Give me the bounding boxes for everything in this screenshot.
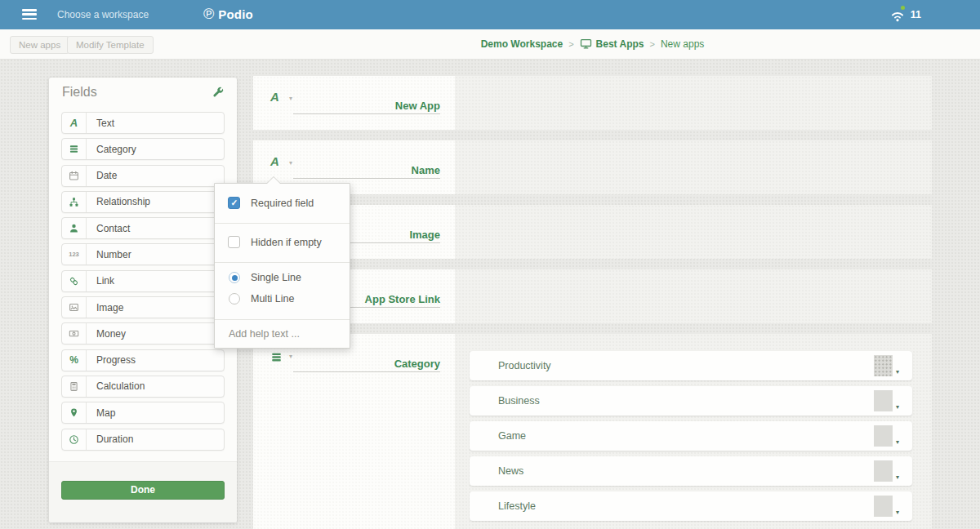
done-button[interactable]: Done <box>61 481 225 500</box>
drag-handle[interactable] <box>874 355 893 376</box>
field-item-label: Duration <box>87 433 133 445</box>
toolbar: New apps Modify Template Demo Workspace … <box>0 29 980 60</box>
required-field-checkbox[interactable] <box>228 197 240 209</box>
category-option-label: Business <box>498 395 540 407</box>
app-canvas: Choose a workspace ℗ Podio 11 New apps M… <box>0 0 980 529</box>
single-line-option[interactable]: Single Line <box>228 272 343 283</box>
breadcrumb-separator: > <box>568 39 573 49</box>
field-item-image[interactable]: Image <box>61 296 225 318</box>
category-icon[interactable] <box>270 348 283 367</box>
new-apps-button[interactable]: New apps <box>10 36 69 54</box>
form-row-image: Image <box>253 205 932 259</box>
number-icon: 123 <box>62 244 87 264</box>
field-item-label: Contact <box>87 223 130 234</box>
form-row-category: ▾CategoryProductivity▾Business▾Game▾News… <box>253 334 932 529</box>
money-icon <box>62 323 87 344</box>
hamburger-menu-icon[interactable] <box>22 9 37 22</box>
category-option-label: Game <box>498 430 526 442</box>
podio-logo-icon: ℗ <box>203 6 214 22</box>
field-item-calculation[interactable]: Calculation <box>61 376 225 398</box>
field-preview-area <box>455 269 932 323</box>
popup-section-line-mode: Single Line Multi Line <box>215 262 350 320</box>
field-item-date[interactable]: Date <box>61 165 225 187</box>
breadcrumb-app-label: Best Apps <box>596 38 644 50</box>
field-item-map[interactable]: Map <box>61 402 225 424</box>
choose-workspace-link[interactable]: Choose a workspace <box>57 9 149 20</box>
option-chevron-down-icon[interactable]: ▾ <box>896 368 899 376</box>
drag-handle[interactable] <box>874 496 893 517</box>
option-chevron-down-icon[interactable]: ▾ <box>896 509 899 516</box>
field-settings-popup: Required field Hidden if empty Single Li… <box>214 183 350 349</box>
field-item-link[interactable]: Link <box>61 270 225 292</box>
add-help-text-link[interactable]: Add help text ... <box>215 319 350 348</box>
field-item-progress[interactable]: %Progress <box>61 349 225 371</box>
field-name-input[interactable] <box>293 113 440 114</box>
field-type-list: ATextCategoryDateRelationshipContact123N… <box>61 112 225 455</box>
field-name-value[interactable]: Category <box>293 358 440 370</box>
notification-sonar-icon <box>890 7 905 22</box>
option-chevron-down-icon[interactable]: ▾ <box>896 403 899 411</box>
category-icon <box>62 139 87 159</box>
notifications-button[interactable]: 11 <box>890 7 921 22</box>
category-option-label: Productivity <box>498 360 551 371</box>
multi-line-label: Multi Line <box>251 293 295 305</box>
form-row-app-store-link: App Store Link <box>253 269 932 323</box>
field-name-value[interactable]: New App <box>293 100 440 112</box>
podio-logo-text: Podio <box>218 7 253 21</box>
single-line-label: Single Line <box>251 272 301 283</box>
breadcrumb: Demo Workspace > Best Apps > New apps <box>253 29 932 58</box>
modify-template-button[interactable]: Modify Template <box>67 36 154 54</box>
category-option-business[interactable]: Business▾ <box>470 386 912 416</box>
breadcrumb-app-link[interactable]: Best Apps <box>580 38 644 50</box>
multi-line-radio[interactable] <box>229 293 240 305</box>
field-item-label: Map <box>87 407 115 419</box>
breadcrumb-separator: > <box>650 39 655 49</box>
category-option-productivity[interactable]: Productivity▾ <box>470 351 912 380</box>
text-icon[interactable]: A <box>270 154 279 169</box>
image-icon <box>62 297 87 318</box>
hidden-if-empty-option[interactable]: Hidden if empty <box>228 236 343 248</box>
form-row-new-app: A▾New App <box>253 76 932 130</box>
multi-line-option[interactable]: Multi Line <box>228 293 343 305</box>
field-item-label: Date <box>87 170 117 181</box>
fields-panel-title: Fields <box>62 85 97 100</box>
category-option-lifestyle[interactable]: Lifestyle▾ <box>470 491 912 521</box>
drag-handle[interactable] <box>874 390 893 411</box>
breadcrumb-workspace-link[interactable]: Demo Workspace <box>481 38 563 50</box>
field-card: A▾New App <box>253 76 455 130</box>
field-item-label: Money <box>87 328 126 340</box>
fields-panel: Fields ATextCategoryDateRelationshipCont… <box>49 78 237 522</box>
podio-logo[interactable]: ℗ Podio <box>203 6 253 22</box>
notification-status-dot <box>901 6 905 10</box>
option-chevron-down-icon[interactable]: ▾ <box>896 473 899 481</box>
contact-icon <box>62 218 87 238</box>
drag-handle[interactable] <box>874 460 893 482</box>
field-name-input[interactable] <box>293 178 440 179</box>
text-icon[interactable]: A <box>270 90 279 104</box>
category-option-news[interactable]: News▾ <box>470 456 912 486</box>
hidden-if-empty-checkbox[interactable] <box>228 236 240 248</box>
chevron-down-icon[interactable]: ▾ <box>289 353 292 360</box>
chevron-down-icon[interactable]: ▾ <box>289 159 292 167</box>
field-preview-area <box>455 140 932 194</box>
field-preview-area <box>455 205 932 259</box>
field-item-money[interactable]: Money <box>61 322 225 345</box>
chevron-down-icon[interactable]: ▾ <box>289 95 292 102</box>
field-item-text[interactable]: AText <box>61 112 225 134</box>
field-item-duration[interactable]: Duration <box>61 429 225 451</box>
wrench-icon[interactable] <box>212 86 225 102</box>
option-chevron-down-icon[interactable]: ▾ <box>896 438 899 446</box>
required-field-option[interactable]: Required field <box>228 197 343 209</box>
field-item-number[interactable]: 123Number <box>61 243 225 265</box>
field-name-value[interactable]: Name <box>293 164 440 176</box>
required-field-label: Required field <box>251 198 314 209</box>
category-option-game[interactable]: Game▾ <box>470 421 912 451</box>
field-item-relationship[interactable]: Relationship <box>61 191 225 213</box>
map-icon <box>62 402 87 423</box>
duration-icon <box>62 429 87 450</box>
field-name-input[interactable] <box>293 371 440 372</box>
field-item-category[interactable]: Category <box>61 138 225 160</box>
drag-handle[interactable] <box>874 425 893 447</box>
field-item-contact[interactable]: Contact <box>61 217 225 239</box>
single-line-radio[interactable] <box>229 272 240 283</box>
